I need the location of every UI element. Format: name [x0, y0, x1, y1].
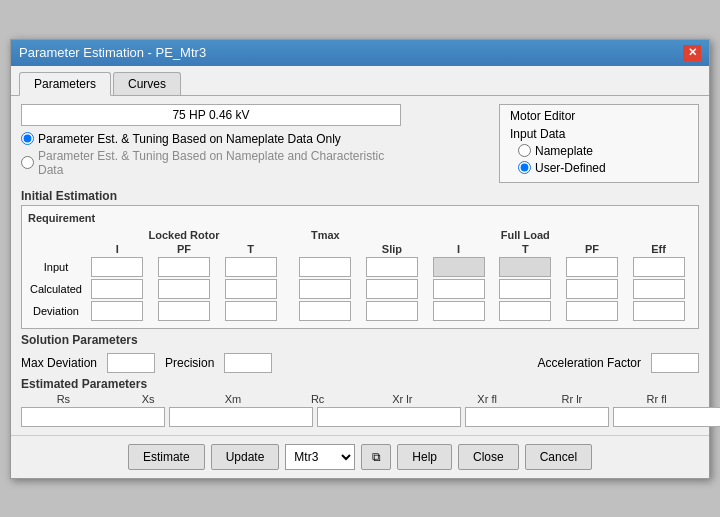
acceleration-factor-label: Acceleration Factor [538, 356, 641, 370]
table-row-calculated: Calculated 626 31.01 103.7 198.3 1.02 10… [28, 278, 692, 300]
dev-fl-Eff[interactable]: 0.09 [633, 301, 685, 321]
input-tmax[interactable]: 198.4 [299, 257, 351, 277]
calc-lr-PF[interactable]: 31.01 [158, 279, 210, 299]
motor-editor-box: Motor Editor Input Data Nameplate User-D… [499, 104, 699, 183]
tmax-header: Tmax [292, 228, 359, 242]
estimated-params-section: Estimated Parameters Rs Xs Xm Rc Xr lr X… [21, 377, 699, 427]
bottom-bar: Estimate Update Mtr3 ⧉ Help Close Cancel [11, 435, 709, 478]
calc-lr-T[interactable]: 103.7 [225, 279, 277, 299]
calc-tmax[interactable]: 198.3 [299, 279, 351, 299]
estimation-option1-radio[interactable] [21, 132, 34, 145]
motor-dropdown[interactable]: Mtr3 [285, 444, 355, 470]
calc-fl-Eff[interactable]: 95.32 [633, 279, 685, 299]
est-val-Xs[interactable]: 14.058 [169, 407, 313, 427]
dev-lr-T[interactable]: 0.03 [225, 301, 277, 321]
requirement-header: Requirement [28, 212, 692, 224]
estimated-params-label: Estimated Parameters [21, 377, 699, 391]
col-header-lr-I: I [84, 242, 151, 256]
dev-lr-I[interactable]: 0.1 [91, 301, 143, 321]
copy-icon-button[interactable]: ⧉ [361, 444, 391, 470]
input-fl-I[interactable]: 100 [433, 257, 485, 277]
est-header-Xm: Xm [191, 393, 276, 405]
precision-input[interactable]: 0.1 [224, 353, 272, 373]
input-fl-Slip[interactable]: 1.02 [366, 257, 418, 277]
dev-fl-T[interactable]: 0.03 [499, 301, 551, 321]
calc-lr-I[interactable]: 626 [91, 279, 143, 299]
copy-icon: ⧉ [372, 450, 381, 464]
cancel-button[interactable]: Cancel [525, 444, 592, 470]
dev-fl-Slip[interactable]: 0 [366, 301, 418, 321]
col-header-fl-Eff: Eff [625, 242, 692, 256]
solution-params-label: Solution Parameters [21, 333, 699, 347]
dev-fl-I[interactable]: 0 [433, 301, 485, 321]
nameplate-radio-row: Nameplate [518, 144, 688, 158]
est-header-Rs: Rs [21, 393, 106, 405]
est-header-Xrfl: Xr fl [445, 393, 530, 405]
col-header-fl-PF: PF [559, 242, 626, 256]
col-header-fl-T: T [492, 242, 559, 256]
requirement-box: Requirement Locked Rotor Tmax Full Load … [21, 205, 699, 329]
motor-editor-title: Motor Editor [510, 109, 688, 123]
estimation-option1-row: Parameter Est. & Tuning Based on Namepla… [21, 132, 401, 146]
update-button[interactable]: Update [211, 444, 280, 470]
calc-fl-T[interactable]: 100 [499, 279, 551, 299]
estimation-table: Locked Rotor Tmax Full Load I PF T Slip … [28, 228, 692, 322]
close-window-button[interactable]: ✕ [683, 45, 701, 61]
est-header-Rc: Rc [275, 393, 360, 405]
dev-tmax[interactable]: 0.08 [299, 301, 351, 321]
title-bar: Parameter Estimation - PE_Mtr3 ✕ [11, 40, 709, 66]
estimation-option2-row: Parameter Est. & Tuning Based on Namepla… [21, 149, 401, 177]
user-defined-radio[interactable] [518, 161, 531, 174]
estimation-option2-radio[interactable] [21, 156, 34, 169]
full-load-header: Full Load [359, 228, 692, 242]
nameplate-display: 75 HP 0.46 kV [21, 104, 401, 126]
calc-fl-Slip[interactable]: 1.02 [366, 279, 418, 299]
user-defined-radio-label: User-Defined [535, 161, 606, 175]
input-lr-T[interactable]: 103.8 [225, 257, 277, 277]
col-header-lr-PF: PF [151, 242, 218, 256]
table-row-deviation: Deviation 0.1 0.06 0.03 0.08 0 0 0.03 0.… [28, 300, 692, 322]
tab-curves[interactable]: Curves [113, 72, 181, 95]
est-val-Rc[interactable]: 22766.945 [465, 407, 609, 427]
close-button[interactable]: Close [458, 444, 519, 470]
nameplate-radio-label: Nameplate [535, 144, 593, 158]
locked-rotor-header: Locked Rotor [84, 228, 284, 242]
col-header-fl-I: I [425, 242, 492, 256]
window-title: Parameter Estimation - PE_Mtr3 [19, 45, 206, 60]
input-data-label: Input Data [510, 127, 688, 141]
calculated-row-label: Calculated [28, 278, 84, 300]
input-fl-PF[interactable]: 85.22 [566, 257, 618, 277]
input-row-label: Input [28, 256, 84, 278]
est-header-Rrfl: Rr fl [614, 393, 699, 405]
calc-fl-PF[interactable]: 85.3 [566, 279, 618, 299]
est-header-Xs: Xs [106, 393, 191, 405]
estimate-button[interactable]: Estimate [128, 444, 205, 470]
main-window: Parameter Estimation - PE_Mtr3 ✕ Paramet… [10, 39, 710, 479]
est-val-Rs[interactable]: 2.783 [21, 407, 165, 427]
col-header-fl-Slip: Slip [359, 242, 426, 256]
tab-parameters[interactable]: Parameters [19, 72, 111, 96]
max-deviation-input[interactable]: 0.1 [107, 353, 155, 373]
nameplate-radio[interactable] [518, 144, 531, 157]
col-header-lr-T: T [217, 242, 284, 256]
table-row-input: Input 625.4 30.99 103.8 198.4 1.02 100 1… [28, 256, 692, 278]
motor-editor-options: Nameplate User-Defined [518, 144, 688, 175]
top-row: 75 HP 0.46 kV Parameter Est. & Tuning Ba… [21, 104, 699, 183]
estimated-params-headers: Rs Xs Xm Rc Xr lr Xr fl Rr lr Rr fl [21, 393, 699, 405]
est-val-Xrlr[interactable]: 1.118 [613, 407, 720, 427]
input-fl-Eff[interactable]: 95.23 [633, 257, 685, 277]
dev-fl-PF[interactable]: 0.09 [566, 301, 618, 321]
help-button[interactable]: Help [397, 444, 452, 470]
precision-label: Precision [165, 356, 214, 370]
acceleration-factor-input[interactable]: 0.25 [651, 353, 699, 373]
input-lr-PF[interactable]: 30.99 [158, 257, 210, 277]
input-lr-I[interactable]: 625.4 [91, 257, 143, 277]
calc-fl-I[interactable]: 100 [433, 279, 485, 299]
max-deviation-label: Max Deviation [21, 356, 97, 370]
initial-estimation-label: Initial Estimation [21, 189, 699, 203]
est-val-Xm[interactable]: 295.389 [317, 407, 461, 427]
dev-lr-PF[interactable]: 0.06 [158, 301, 210, 321]
input-fl-T[interactable]: 100 [499, 257, 551, 277]
deviation-row-label: Deviation [28, 300, 84, 322]
est-header-Xrlr: Xr lr [360, 393, 445, 405]
